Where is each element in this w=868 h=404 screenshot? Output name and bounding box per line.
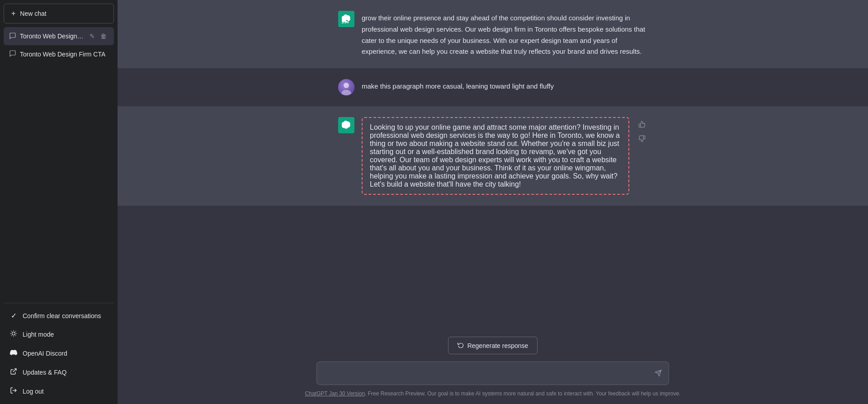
message-2-content: make this paragraph more casual, leaning… (362, 79, 647, 92)
input-wrapper (316, 362, 669, 387)
updates-faq-label: Updates & FAQ (23, 369, 66, 376)
regenerate-icon (458, 342, 464, 349)
message-1-content: grow their online presence and stay ahea… (362, 11, 647, 57)
sidebar-footer: ✓ Confirm clear conversations Light mode (4, 307, 114, 400)
chat1-label: Toronto Web Design SI (20, 33, 84, 40)
message-inner-1: grow their online presence and stay ahea… (316, 11, 669, 57)
chat2-label: Toronto Web Design Firm CTA (20, 51, 108, 58)
sidebar-item-updates-faq[interactable]: Updates & FAQ (4, 363, 114, 381)
message-2-text: make this paragraph more casual, leaning… (362, 82, 554, 90)
sun-icon (9, 330, 18, 339)
sidebar-item-chat1[interactable]: Toronto Web Design SI ✎ 🗑 (4, 27, 114, 45)
chat-icon (9, 32, 16, 41)
edit-chat1-button[interactable]: ✎ (88, 32, 97, 41)
send-icon (655, 370, 662, 379)
light-mode-label: Light mode (23, 331, 54, 338)
confirm-clear-label: Confirm clear conversations (23, 312, 101, 319)
thumbs-down-icon (638, 136, 646, 144)
svg-line-4 (15, 335, 16, 336)
svg-line-7 (11, 335, 12, 336)
svg-line-9 (13, 369, 16, 372)
message-3-highlighted: Looking to up your online game and attra… (362, 117, 629, 195)
message-inner-3: Looking to up your online game and attra… (316, 117, 669, 195)
message-3-actions (637, 117, 647, 146)
main-content: grow their online presence and stay ahea… (118, 0, 868, 404)
message-block-1: grow their online presence and stay ahea… (118, 0, 868, 68)
user-avatar (338, 79, 354, 95)
svg-point-0 (12, 332, 15, 335)
new-chat-label: New chat (20, 10, 46, 17)
thumbs-up-icon (638, 122, 646, 129)
sidebar-item-logout[interactable]: Log out (4, 382, 114, 400)
regenerate-label: Regenerate response (467, 342, 528, 349)
sidebar-item-chat2[interactable]: Toronto Web Design Firm CTA (4, 45, 114, 63)
input-area: Regenerate response ChatGPT Jan 30 Versi… (118, 329, 868, 404)
assistant-avatar-1 (338, 11, 354, 27)
delete-chat1-button[interactable]: 🗑 (99, 32, 108, 41)
chat-list: Toronto Web Design SI ✎ 🗑 Toronto Web De… (4, 27, 114, 299)
message-inner-2: make this paragraph more casual, leaning… (316, 79, 669, 95)
thumbs-up-button[interactable] (637, 119, 647, 132)
logout-icon (9, 387, 18, 396)
new-chat-button[interactable]: + New chat (4, 4, 114, 23)
sidebar-divider (4, 303, 114, 303)
send-button[interactable] (653, 368, 664, 381)
sidebar-item-discord[interactable]: OpenAI Discord (4, 344, 114, 362)
discord-label: OpenAI Discord (23, 350, 67, 357)
chat-icon-2 (9, 50, 16, 58)
chat-input[interactable] (316, 362, 669, 385)
assistant-avatar-3 (338, 117, 354, 133)
check-icon: ✓ (9, 311, 18, 320)
discord-icon (9, 349, 18, 358)
message-block-3: Looking to up your online game and attra… (118, 106, 868, 206)
regenerate-button[interactable]: Regenerate response (448, 337, 538, 354)
edit-icon: ✎ (90, 33, 95, 40)
footer-note: ChatGPT Jan 30 Version. Free Research Pr… (305, 390, 681, 400)
chat1-actions: ✎ 🗑 (88, 32, 108, 41)
message-block-2: make this paragraph more casual, leaning… (118, 68, 868, 106)
footer-suffix: . Free Research Preview. Our goal is to … (365, 390, 680, 397)
logout-label: Log out (23, 388, 44, 395)
footer-link[interactable]: ChatGPT Jan 30 Version (305, 390, 365, 397)
plus-icon: + (11, 9, 15, 18)
svg-line-3 (11, 331, 12, 332)
sidebar-item-confirm-clear[interactable]: ✓ Confirm clear conversations (4, 307, 114, 324)
message-3-text: Looking to up your online game and attra… (370, 123, 620, 188)
sidebar: + New chat Toronto Web Design SI ✎ 🗑 (0, 0, 118, 404)
svg-point-12 (344, 83, 349, 88)
message-1-text: grow their online presence and stay ahea… (362, 14, 645, 55)
chat-area: grow their online presence and stay ahea… (118, 0, 868, 329)
svg-line-8 (15, 331, 16, 332)
trash-icon: 🗑 (100, 33, 107, 40)
sidebar-item-light-mode[interactable]: Light mode (4, 325, 114, 343)
thumbs-down-button[interactable] (637, 133, 647, 146)
external-link-icon (9, 368, 18, 377)
